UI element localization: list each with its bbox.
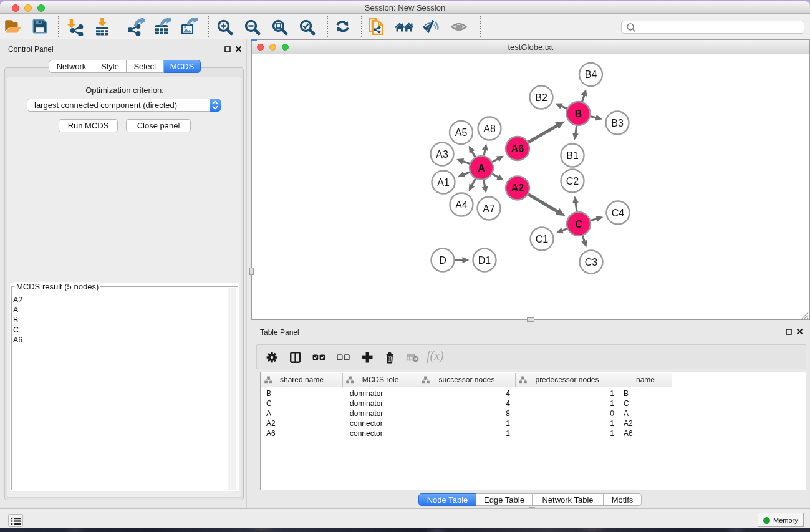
svg-text:D: D xyxy=(439,255,446,266)
svg-text:D1: D1 xyxy=(478,255,491,266)
svg-text:A8: A8 xyxy=(483,123,496,134)
svg-text:B2: B2 xyxy=(535,92,547,103)
svg-text:B1: B1 xyxy=(566,150,579,161)
svg-text:A1: A1 xyxy=(437,177,450,188)
svg-text:B4: B4 xyxy=(585,69,597,80)
svg-text:A4: A4 xyxy=(455,200,468,210)
svg-text:A6: A6 xyxy=(511,143,524,154)
svg-text:C1: C1 xyxy=(536,234,549,244)
svg-text:B3: B3 xyxy=(611,118,624,128)
svg-text:A7: A7 xyxy=(483,203,495,214)
svg-text:B: B xyxy=(575,109,582,119)
svg-text:A: A xyxy=(478,163,485,173)
svg-text:A2: A2 xyxy=(511,183,524,193)
svg-text:C2: C2 xyxy=(566,176,579,186)
svg-text:A3: A3 xyxy=(436,149,448,160)
svg-text:C: C xyxy=(575,219,582,230)
svg-text:C3: C3 xyxy=(585,257,598,268)
svg-text:A5: A5 xyxy=(455,127,468,138)
svg-text:C4: C4 xyxy=(612,208,625,218)
